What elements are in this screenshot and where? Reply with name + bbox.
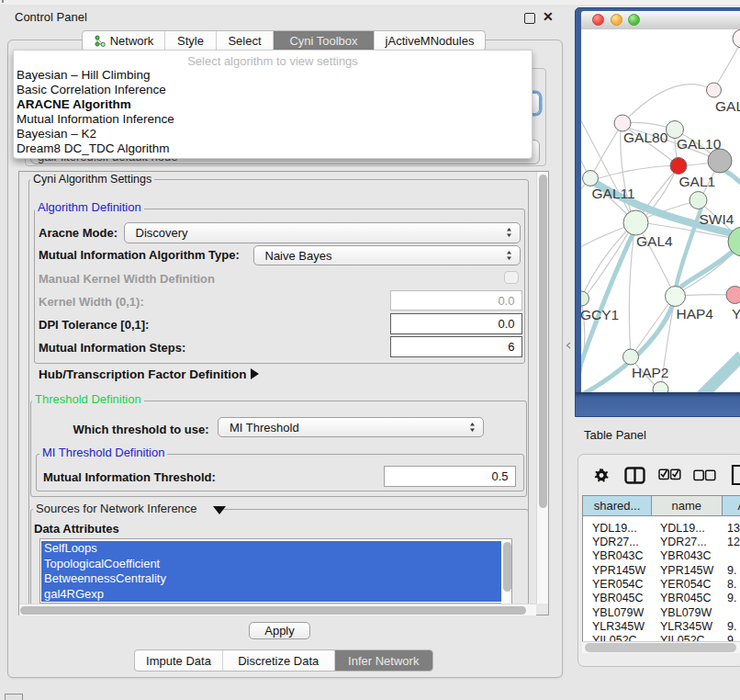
table-cell[interactable]: 9.: [727, 564, 736, 577]
aracne-mode-combo[interactable]: Discovery: [124, 222, 521, 243]
tab-select[interactable]: Select: [217, 31, 274, 51]
network-edge[interactable]: [622, 85, 713, 123]
algorithm-option[interactable]: Mutual Information Inference: [17, 112, 174, 127]
network-node-swi4[interactable]: [690, 192, 707, 209]
network-edge[interactable]: [581, 226, 628, 250]
network-node[interactable]: [733, 29, 740, 48]
table-cell[interactable]: YBR043C: [660, 549, 712, 562]
bottom-left-partial-button[interactable]: [5, 694, 23, 700]
tab-network[interactable]: Network: [83, 31, 165, 51]
algorithm-option[interactable]: ARACNE Algorithm: [17, 97, 131, 112]
app-top-strip: [0, 0, 740, 5]
apply-button[interactable]: Apply: [249, 622, 310, 639]
attribute-list-item[interactable]: BetweennessCentrality: [41, 571, 501, 586]
zoom-traffic-light-icon[interactable]: [628, 14, 640, 26]
document-icon[interactable]: [731, 464, 740, 486]
deselect-all-icon[interactable]: [693, 469, 716, 481]
table-cell[interactable]: YER054C: [592, 578, 644, 591]
table-cell[interactable]: 9.: [727, 620, 736, 633]
mi-type-combo[interactable]: Naive Bayes: [253, 245, 521, 266]
expand-arrow-icon[interactable]: [251, 368, 259, 379]
data-attributes-list[interactable]: SelfLoopsTopologicalCoefficientBetweenne…: [39, 538, 512, 604]
control-panel-tabbar: NetworkStyleSelectCyni ToolboxjActiveMNo…: [82, 30, 486, 51]
tab-jactivemnodules[interactable]: jActiveMNodules: [375, 31, 485, 51]
tab-label: Impute Data: [146, 654, 211, 668]
bottom-tab-impute-data[interactable]: Impute Data: [135, 650, 223, 671]
algorithm-option[interactable]: Basic Correlation Inference: [17, 83, 166, 97]
bottom-tab-infer-network[interactable]: Infer Network: [335, 650, 433, 671]
network-node[interactable]: [708, 149, 732, 173]
algorithm-option[interactable]: Bayesian – Hill Climbing: [17, 68, 151, 83]
table-cell[interactable]: YBR043C: [592, 549, 644, 562]
table-column-header[interactable]: A: [723, 495, 740, 516]
table-cell[interactable]: YIL052C: [592, 634, 637, 641]
kernel-width-field[interactable]: 0.0: [390, 290, 522, 310]
settings-vertical-scrollbar-thumb[interactable]: [539, 175, 547, 508]
table-column-header[interactable]: name: [652, 495, 723, 516]
network-node-y[interactable]: [726, 287, 740, 304]
tab-label: Discretize Data: [238, 654, 319, 668]
network-node-gal11[interactable]: [583, 171, 599, 186]
table-cell[interactable]: YER054C: [660, 578, 712, 591]
tab-style[interactable]: Style: [165, 31, 217, 51]
algorithm-option[interactable]: Bayesian – K2: [17, 127, 96, 141]
node-table[interactable]: shared...nameA YDL19...YDL19...13YDR27..…: [582, 495, 740, 641]
attribute-list-item[interactable]: gal4RGexp: [41, 587, 501, 602]
table-cell[interactable]: YDR27...: [660, 536, 707, 548]
attributes-list-scrollbar-thumb[interactable]: [503, 542, 511, 592]
minimize-traffic-light-icon[interactable]: [611, 14, 622, 26]
combo-arrows-icon: [505, 225, 513, 240]
network-node-gal[interactable]: [707, 83, 722, 97]
cyni-group-title: Cyni Algorithm Settings: [30, 173, 154, 186]
attribute-list-item[interactable]: TopologicalCoefficient: [41, 557, 501, 571]
table-cell[interactable]: YBR045C: [592, 592, 644, 604]
dpi-tolerance-field[interactable]: 0.0: [390, 313, 522, 334]
table-cell[interactable]: 12: [727, 536, 740, 548]
close-traffic-light-icon[interactable]: [592, 14, 604, 26]
attributes-list-scrollbar[interactable]: [501, 540, 511, 604]
table-cell[interactable]: 9.: [727, 634, 736, 641]
float-window-icon[interactable]: [524, 13, 535, 24]
algorithm-option[interactable]: Dream8 DC_TDC Algorithm: [17, 141, 170, 156]
table-cell[interactable]: YDL19...: [592, 522, 637, 535]
close-icon[interactable]: ✕: [543, 9, 554, 24]
network-window-titlebar[interactable]: [581, 11, 740, 30]
table-cell[interactable]: YDR27...: [592, 536, 639, 548]
network-edge[interactable]: [592, 165, 675, 180]
network-edge-thick[interactable]: [699, 356, 740, 392]
mi-steps-field[interactable]: 6: [390, 336, 522, 357]
tab-cyni-toolbox[interactable]: Cyni Toolbox: [274, 31, 375, 51]
table-cell[interactable]: YPR145W: [592, 564, 645, 577]
network-edge[interactable]: [713, 40, 740, 90]
attribute-list-item[interactable]: SelfLoops: [41, 541, 501, 556]
select-all-checks-icon[interactable]: [658, 469, 681, 480]
table-horizontal-scrollbar-thumb[interactable]: [585, 643, 736, 652]
table-cell[interactable]: YDL19...: [660, 522, 705, 535]
mi-threshold-field[interactable]: 0.5: [384, 466, 516, 487]
table-cell[interactable]: YLR345W: [660, 620, 712, 633]
settings-horizontal-scrollbar-thumb[interactable]: [20, 606, 526, 615]
network-node-hap2[interactable]: [623, 349, 639, 365]
table-cell[interactable]: 8.: [727, 578, 736, 591]
splitter-collapse-icon[interactable]: [566, 342, 571, 349]
table-cell[interactable]: YIL052C: [660, 634, 705, 641]
gear-icon[interactable]: [593, 467, 610, 484]
manual-kernel-checkbox[interactable]: [504, 271, 519, 284]
network-node-gal4[interactable]: [623, 210, 648, 235]
table-cell[interactable]: YPR145W: [660, 564, 713, 577]
table-cell[interactable]: YBL079W: [660, 606, 712, 619]
table-cell[interactable]: YLR345W: [592, 620, 645, 633]
network-node-gal1[interactable]: [670, 158, 687, 175]
table-cell[interactable]: 13: [727, 522, 740, 535]
bottom-tab-discretize-data[interactable]: Discretize Data: [223, 650, 335, 671]
network-node-hap4[interactable]: [666, 287, 686, 307]
network-canvas[interactable]: GALGAL80GAL10GAL1GAL11SWI4GAL4GCY1HAP4YH…: [581, 29, 740, 392]
table-cell[interactable]: YBL079W: [592, 606, 644, 619]
network-node[interactable]: [653, 382, 668, 393]
which-threshold-combo[interactable]: MI Threshold: [218, 417, 484, 437]
table-cell[interactable]: 9.: [727, 592, 736, 604]
collapse-arrow-icon[interactable]: [213, 506, 226, 514]
split-columns-icon[interactable]: [624, 467, 645, 484]
table-cell[interactable]: YBR045C: [660, 592, 712, 604]
table-column-header[interactable]: shared...: [583, 495, 652, 516]
